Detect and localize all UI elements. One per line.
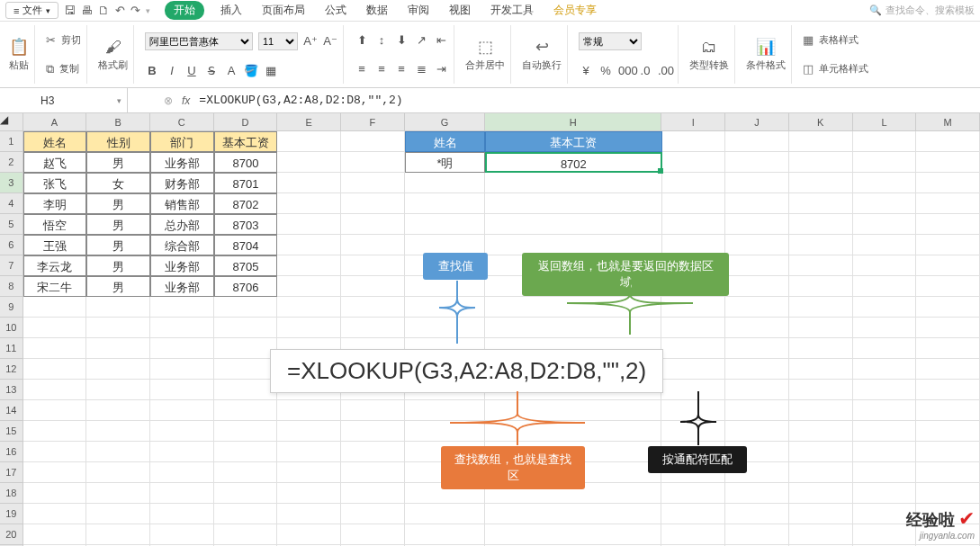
cell[interactable]: 业务部	[150, 152, 214, 173]
cell[interactable]: 8701	[214, 173, 278, 193]
cell[interactable]	[853, 380, 917, 400]
cell[interactable]	[405, 173, 485, 193]
cell[interactable]	[661, 400, 725, 421]
cell[interactable]	[725, 400, 789, 421]
row-11[interactable]: 11	[0, 338, 23, 359]
cell[interactable]	[86, 504, 150, 524]
cell[interactable]	[725, 193, 789, 214]
row-3[interactable]: 3	[0, 173, 23, 193]
cell[interactable]	[789, 131, 853, 152]
cell[interactable]	[214, 297, 278, 318]
cell[interactable]	[86, 318, 150, 338]
cell[interactable]	[150, 400, 214, 421]
cell[interactable]	[485, 297, 661, 318]
cell[interactable]	[405, 235, 485, 255]
cell[interactable]	[916, 421, 980, 442]
cell[interactable]	[214, 462, 278, 483]
cell[interactable]: 8700	[214, 152, 278, 173]
bold-icon[interactable]: B	[145, 64, 159, 77]
col-I[interactable]: I	[661, 113, 725, 131]
cell[interactable]	[853, 173, 917, 193]
cell[interactable]	[916, 359, 980, 380]
cell[interactable]	[86, 338, 150, 359]
tab-start[interactable]: 开始	[165, 1, 204, 20]
cell[interactable]	[23, 504, 87, 524]
typeconv-button[interactable]: 🗂类型转换	[689, 25, 729, 84]
cell[interactable]	[662, 214, 726, 235]
row-9[interactable]: 9	[0, 297, 23, 318]
cell[interactable]	[23, 421, 87, 442]
comma-icon[interactable]: 000	[618, 64, 633, 77]
row-2[interactable]: 2	[0, 152, 23, 173]
row-15[interactable]: 15	[0, 421, 23, 442]
cell[interactable]	[485, 524, 661, 545]
cell[interactable]	[277, 214, 341, 235]
cell[interactable]	[725, 276, 789, 297]
italic-icon[interactable]: I	[165, 64, 179, 77]
cell[interactable]: 总办部	[150, 214, 214, 235]
row-5[interactable]: 5	[0, 214, 23, 235]
cell[interactable]	[725, 524, 789, 545]
cell[interactable]	[916, 338, 980, 359]
cell[interactable]	[405, 193, 485, 214]
cell[interactable]	[214, 421, 278, 442]
cell[interactable]	[485, 338, 661, 359]
align-bot-icon[interactable]: ⬇	[394, 33, 409, 47]
cell[interactable]	[277, 152, 341, 173]
col-M[interactable]: M	[916, 113, 980, 131]
cell[interactable]	[485, 255, 661, 276]
cell[interactable]	[277, 173, 341, 193]
row-17[interactable]: 17	[0, 462, 23, 483]
select-all[interactable]: ◢	[0, 113, 23, 131]
inc-font-icon[interactable]: A⁺	[303, 34, 318, 48]
cell[interactable]	[150, 462, 214, 483]
cell[interactable]	[23, 380, 87, 400]
cell[interactable]	[485, 173, 661, 193]
cell[interactable]	[150, 380, 214, 400]
col-A[interactable]: A	[23, 113, 87, 131]
cell[interactable]	[853, 276, 917, 297]
cell[interactable]	[789, 276, 853, 297]
cell[interactable]	[405, 400, 485, 421]
cell[interactable]	[214, 400, 278, 421]
preview-icon[interactable]: 🗋	[98, 4, 110, 17]
cell[interactable]	[789, 483, 853, 504]
print-icon[interactable]: 🖶	[81, 4, 93, 17]
cell[interactable]	[725, 483, 789, 504]
cell[interactable]	[23, 462, 87, 483]
cell[interactable]	[277, 235, 341, 255]
cell[interactable]	[485, 400, 661, 421]
cell[interactable]: 男	[86, 255, 150, 276]
cell[interactable]	[789, 421, 853, 442]
cell[interactable]: 男	[86, 152, 150, 173]
cell[interactable]	[662, 193, 726, 214]
cell[interactable]	[485, 442, 661, 462]
cell[interactable]	[853, 255, 917, 276]
currency-icon[interactable]: ¥	[579, 64, 593, 77]
cell[interactable]	[725, 152, 789, 173]
cell[interactable]	[277, 276, 341, 297]
cell[interactable]	[341, 359, 405, 380]
cell[interactable]	[405, 462, 485, 483]
cell[interactable]	[789, 400, 853, 421]
cell[interactable]: 宋二牛	[23, 276, 87, 297]
cell[interactable]	[86, 297, 150, 318]
cell[interactable]	[150, 483, 214, 504]
col-D[interactable]: D	[214, 113, 278, 131]
indent-dec-icon[interactable]: ⇤	[434, 33, 448, 47]
cell[interactable]	[916, 255, 980, 276]
cell[interactable]	[725, 462, 789, 483]
command-search[interactable]: 🔍 查找命令、搜索模板	[869, 4, 975, 17]
cell[interactable]	[23, 359, 87, 380]
cell[interactable]	[23, 483, 87, 504]
condfmt-button[interactable]: 📊条件格式	[746, 25, 786, 84]
cell[interactable]	[661, 483, 725, 504]
cell[interactable]: 8706	[214, 276, 278, 297]
cell[interactable]	[789, 380, 853, 400]
cell[interactable]: 销售部	[150, 193, 214, 214]
cell[interactable]	[485, 421, 661, 442]
cell[interactable]: *明	[405, 152, 485, 173]
fontcolor-icon[interactable]: A	[224, 64, 238, 77]
cell[interactable]	[150, 359, 214, 380]
cell[interactable]	[916, 483, 980, 504]
